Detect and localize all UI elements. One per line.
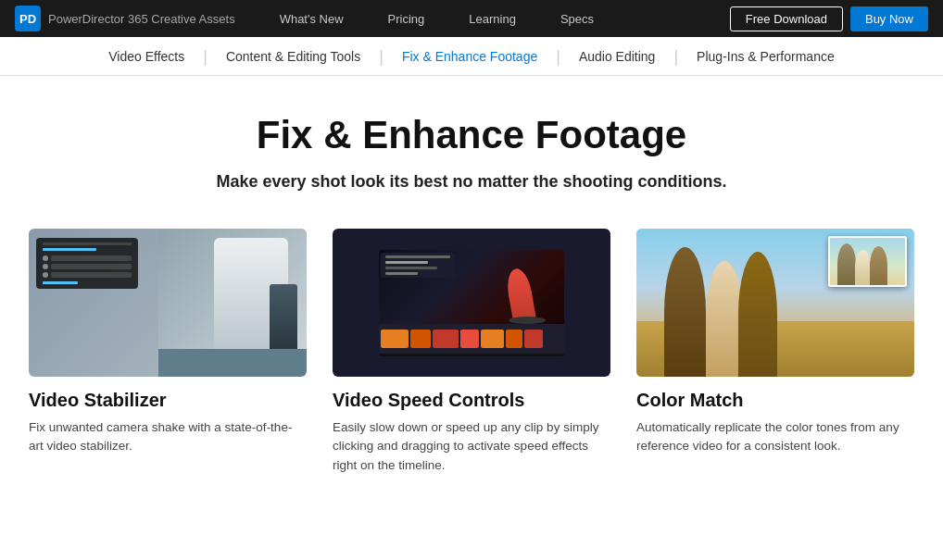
subnav-audio-editing[interactable]: Audio Editing — [560, 37, 674, 76]
card-color-match: Color Match Automatically replicate the … — [636, 229, 914, 475]
card-speed-desc: Easily slow down or speed up any clip by… — [333, 418, 610, 475]
card-stabilizer-image — [29, 229, 307, 377]
buy-now-button[interactable]: Buy Now — [850, 6, 928, 31]
nav-learning[interactable]: Learning — [446, 0, 538, 37]
nav-pricing[interactable]: Pricing — [366, 0, 447, 37]
card-color-image — [636, 229, 914, 377]
free-download-button[interactable]: Free Download — [730, 6, 843, 31]
card-video-speed: Video Speed Controls Easily slow down or… — [333, 229, 610, 475]
subnav-video-effects[interactable]: Video Effects — [90, 37, 203, 76]
card-speed-image — [333, 229, 610, 377]
logo[interactable]: PD PowerDirector 365 Creative Assets — [15, 6, 235, 31]
stabilizer-ui-panel — [36, 238, 138, 289]
logo-icon: PD — [15, 6, 41, 31]
main-content: Fix & Enhance Footage Make every shot lo… — [0, 76, 943, 503]
top-navigation: PD PowerDirector 365 Creative Assets Wha… — [0, 0, 943, 37]
card-color-desc: Automatically replicate the color tones … — [636, 418, 914, 456]
nav-specs[interactable]: Specs — [538, 0, 616, 37]
subnav-plug-ins[interactable]: Plug-Ins & Performance — [678, 37, 853, 76]
logo-text: PowerDirector 365 Creative Assets — [48, 12, 235, 26]
card-speed-title: Video Speed Controls — [333, 390, 610, 411]
nav-whats-new[interactable]: What's New — [258, 0, 366, 37]
nav-buttons: Free Download Buy Now — [730, 6, 928, 31]
nav-links: What's New Pricing Learning Specs — [258, 0, 730, 37]
card-color-title: Color Match — [636, 390, 914, 411]
color-match-main — [636, 229, 914, 377]
sub-navigation: Video Effects | Content & Editing Tools … — [0, 37, 943, 76]
subnav-fix-enhance[interactable]: Fix & Enhance Footage — [383, 37, 556, 76]
subnav-content-editing[interactable]: Content & Editing Tools — [207, 37, 379, 76]
page-subtitle: Make every shot look its best no matter … — [19, 172, 924, 192]
page-title: Fix & Enhance Footage — [19, 113, 924, 157]
card-stabilizer-title: Video Stabilizer — [29, 390, 307, 411]
card-stabilizer-desc: Fix unwanted camera shake with a state-o… — [29, 418, 307, 456]
feature-cards: Video Stabilizer Fix unwanted camera sha… — [19, 229, 924, 475]
speed-screen — [379, 250, 564, 356]
card-video-stabilizer: Video Stabilizer Fix unwanted camera sha… — [29, 229, 307, 475]
